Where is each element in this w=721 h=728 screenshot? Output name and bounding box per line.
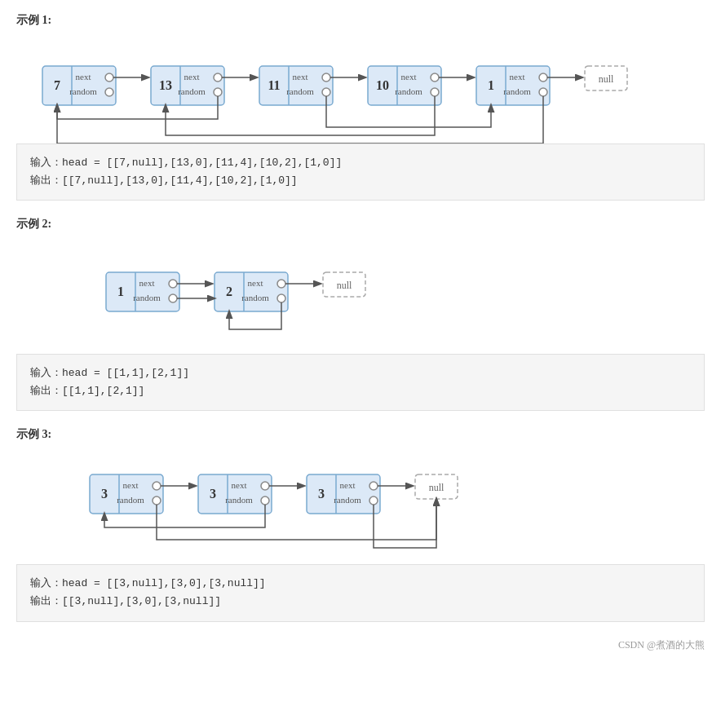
svg-point-74 xyxy=(261,482,269,490)
svg-text:next: next xyxy=(510,72,525,82)
null-node: null xyxy=(585,66,627,90)
null-ex2: null xyxy=(323,272,365,297)
diagram-2: 1 next random 2 next random xyxy=(16,256,705,346)
svg-point-13 xyxy=(214,73,222,82)
output-value-3: [[3,null],[3,0],[3,null]] xyxy=(62,595,221,607)
svg-text:next: next xyxy=(401,72,417,82)
svg-text:random: random xyxy=(286,86,314,96)
node-3a-ex3: 3 next random xyxy=(90,474,163,514)
svg-text:random: random xyxy=(503,86,531,96)
output-value-1: [[7,null],[13,0],[11,4],[10,2],[1,0]] xyxy=(62,174,298,187)
svg-point-56 xyxy=(277,294,285,302)
example-2-code: 输入：head = [[1,1],[2,1]] 输出：[[1,1],[2,1]] xyxy=(16,354,705,411)
svg-point-37 xyxy=(539,73,547,82)
svg-text:random: random xyxy=(178,86,206,96)
input-value-3: head = [[3,null],[3,0],[3,null]] xyxy=(62,577,266,589)
svg-text:3: 3 xyxy=(210,487,216,501)
example-3: 示例 3: 3 next random 3 next random xyxy=(16,427,705,621)
svg-text:1: 1 xyxy=(117,285,124,298)
svg-point-83 xyxy=(369,496,378,505)
svg-text:random: random xyxy=(69,86,97,96)
input-label-3: 输入： xyxy=(30,577,62,589)
node-7: 7 next random xyxy=(42,66,116,105)
output-label-3: 输出： xyxy=(30,595,62,607)
input-value-2: head = [[1,1],[2,1]] xyxy=(62,367,189,379)
svg-text:random: random xyxy=(241,293,269,302)
example-1-title: 示例 1: xyxy=(16,13,705,28)
svg-text:7: 7 xyxy=(54,78,60,92)
output-label-1: 输出： xyxy=(30,174,62,187)
svg-text:null: null xyxy=(429,482,445,493)
input-value-1: head = [[7,null],[13,0],[11,4],[10,2],[1… xyxy=(62,157,342,169)
node-13: 13 next random xyxy=(151,66,224,105)
svg-point-21 xyxy=(322,73,330,82)
svg-text:next: next xyxy=(232,480,247,490)
svg-point-67 xyxy=(153,496,161,505)
output-label-2: 输出： xyxy=(30,385,62,397)
example-2: 示例 2: 1 next random 2 next random xyxy=(16,217,705,411)
svg-point-38 xyxy=(539,88,547,96)
svg-point-14 xyxy=(214,88,222,96)
node-10: 10 next random xyxy=(368,66,441,105)
svg-text:null: null xyxy=(599,73,614,85)
node-1-ex2: 1 next random xyxy=(106,272,179,311)
svg-point-82 xyxy=(369,482,378,490)
svg-point-6 xyxy=(105,88,113,96)
node-3b-ex3: 3 next random xyxy=(198,474,272,514)
diagram-3: 3 next random 3 next random xyxy=(16,458,705,556)
diagram-1: 7 next random 13 next random xyxy=(16,38,705,143)
node-1: 1 next random xyxy=(476,66,550,105)
example-3-title: 示例 3: xyxy=(16,427,705,442)
svg-text:next: next xyxy=(123,480,139,490)
svg-text:10: 10 xyxy=(376,78,389,92)
svg-text:11: 11 xyxy=(268,78,280,92)
svg-text:null: null xyxy=(337,280,352,291)
svg-point-5 xyxy=(105,73,113,82)
svg-text:1: 1 xyxy=(488,78,494,92)
svg-text:random: random xyxy=(225,495,253,505)
svg-text:next: next xyxy=(248,278,263,288)
svg-text:random: random xyxy=(395,86,422,96)
output-value-2: [[1,1],[2,1]] xyxy=(62,385,144,397)
svg-text:next: next xyxy=(340,480,356,490)
svg-point-47 xyxy=(169,280,177,288)
svg-point-55 xyxy=(277,280,285,288)
node-11: 11 next random xyxy=(259,66,333,105)
svg-text:random: random xyxy=(334,495,361,505)
example-1: 示例 1: 7 next random 13 next r xyxy=(16,13,705,201)
svg-text:3: 3 xyxy=(318,487,325,501)
svg-text:next: next xyxy=(76,72,91,82)
example-3-code: 输入：head = [[3,null],[3,0],[3,null]] 输出：[… xyxy=(16,564,705,621)
svg-point-66 xyxy=(153,482,161,490)
svg-text:next: next xyxy=(293,72,308,82)
null-ex3: null xyxy=(415,474,458,499)
svg-point-48 xyxy=(169,294,177,302)
svg-text:next: next xyxy=(184,72,200,82)
input-label-2: 输入： xyxy=(30,367,62,379)
svg-point-30 xyxy=(431,88,439,96)
svg-text:13: 13 xyxy=(159,78,172,92)
svg-text:random: random xyxy=(117,495,144,505)
svg-text:random: random xyxy=(133,293,161,302)
svg-text:3: 3 xyxy=(101,487,108,501)
node-3c-ex3: 3 next random xyxy=(307,474,380,514)
svg-text:2: 2 xyxy=(226,285,232,298)
svg-point-29 xyxy=(431,73,439,82)
example-1-code: 输入：head = [[7,null],[13,0],[11,4],[10,2]… xyxy=(16,143,705,201)
node-2-ex2: 2 next random xyxy=(215,272,288,311)
example-2-title: 示例 2: xyxy=(16,217,705,232)
watermark: CSDN @煮酒的大熊 xyxy=(16,638,705,652)
svg-point-22 xyxy=(322,88,330,96)
svg-text:next: next xyxy=(139,278,155,288)
input-label-1: 输入： xyxy=(30,157,62,169)
svg-point-75 xyxy=(261,496,269,505)
